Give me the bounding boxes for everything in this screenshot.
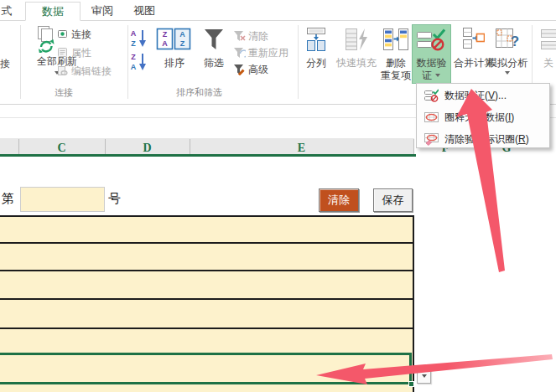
svg-text:A: A xyxy=(179,30,185,39)
svg-text:Z: Z xyxy=(131,53,136,61)
advanced-filter-icon xyxy=(233,64,246,75)
tab-formulas-partial[interactable]: 式 xyxy=(0,2,13,19)
row-border xyxy=(0,328,414,329)
flash-fill-label: 快速填充 xyxy=(335,57,378,69)
what-if-analysis-label: 模拟分析 xyxy=(486,57,529,69)
data-validation-icon xyxy=(417,28,445,51)
number-input-cell[interactable] xyxy=(20,187,105,212)
row-border xyxy=(0,298,414,300)
remove-duplicates-label-2: 重复项 xyxy=(379,70,413,81)
cell-dropdown-button[interactable] xyxy=(417,369,431,384)
menu-item-label: 清除验证标识圈(R) xyxy=(444,132,529,147)
connections-icon xyxy=(57,28,68,39)
text-to-columns-button[interactable]: 分列 xyxy=(300,23,332,83)
svg-text:?: ? xyxy=(511,34,519,49)
menu-item-circle-invalid-data[interactable]: 圈释无效数据(I) xyxy=(418,106,550,127)
menu-item-label: 圈释无效数据(I) xyxy=(444,111,514,125)
menu-item-label: 数据验证(V)... xyxy=(444,89,507,103)
advanced-filter-label: 高级 xyxy=(248,64,268,75)
properties-button[interactable]: 属性 xyxy=(57,46,104,59)
row-border xyxy=(0,270,414,271)
refresh-all-icon xyxy=(35,26,57,53)
sort-big-icon: Z A A Z xyxy=(156,28,191,50)
data-validation-menu-icon xyxy=(424,89,439,102)
sort-ascending-button[interactable]: A Z xyxy=(128,28,151,49)
reapply-filter-label: 重新应用 xyxy=(248,47,288,59)
sort-label: 排序 xyxy=(159,57,190,69)
tab-review[interactable]: 审阅 xyxy=(81,2,124,19)
text-to-columns-label: 分列 xyxy=(304,57,328,69)
save-button[interactable]: 保存 xyxy=(373,188,413,212)
what-if-analysis-icon: ? xyxy=(495,28,520,51)
form-prefix-label: 第 xyxy=(2,191,14,207)
data-validation-label-1: 数据验 xyxy=(413,57,449,69)
tab-data[interactable]: 数据 xyxy=(25,2,81,21)
fill-handle[interactable] xyxy=(408,381,414,387)
edit-links-icon xyxy=(57,65,68,76)
menu-item-data-validation[interactable]: 数据验证(V)... xyxy=(418,85,550,106)
svg-text:A: A xyxy=(131,29,137,38)
svg-text:A: A xyxy=(131,63,137,71)
clear-button[interactable]: 清除 xyxy=(319,188,359,212)
advanced-filter-button[interactable]: 高级 xyxy=(233,64,283,76)
flash-fill-button[interactable]: 快速填充 xyxy=(334,23,379,83)
what-if-analysis-button[interactable]: ? 模拟分析 xyxy=(485,23,530,83)
filter-funnel-icon xyxy=(204,28,224,50)
circle-invalid-data-icon xyxy=(424,111,439,124)
remove-duplicates-button[interactable]: 删除 重复项 xyxy=(377,23,414,96)
svg-text:Z: Z xyxy=(180,39,185,48)
filter-button[interactable]: 筛选 xyxy=(198,23,230,83)
partial-left-button[interactable]: 接 xyxy=(0,58,12,70)
remove-duplicates-label-1: 删除 xyxy=(384,57,408,69)
data-validation-menu: 数据验证(V)... 圈释无效数据(I) 清除验证标识圈(R) xyxy=(416,83,550,148)
dropdown-caret-icon xyxy=(435,74,440,77)
clear-validation-circles-icon xyxy=(424,132,439,146)
relationships-button-partial[interactable]: 关 xyxy=(538,23,556,83)
svg-text:Z: Z xyxy=(163,30,168,39)
connections-label: 连接 xyxy=(71,28,91,40)
properties-label: 属性 xyxy=(71,47,91,59)
relationships-icon xyxy=(540,28,556,51)
sort-descending-button[interactable]: Z A xyxy=(128,52,151,72)
edit-links-label: 编辑链接 xyxy=(71,65,112,77)
connections-button[interactable]: 连接 xyxy=(57,28,104,41)
relationships-label-partial: 关 xyxy=(543,57,553,69)
reapply-filter-button[interactable]: 重新应用 xyxy=(233,47,294,59)
dropdown-caret-icon xyxy=(422,374,427,378)
reapply-filter-icon xyxy=(233,47,246,59)
sort-button[interactable]: Z A A Z 排序 xyxy=(153,23,196,83)
edit-links-button[interactable]: 编辑链接 xyxy=(57,64,116,78)
sort-za-icon: Z A xyxy=(128,52,151,72)
group-label-connections: 连接 xyxy=(44,86,84,99)
remove-duplicates-icon xyxy=(383,28,408,51)
menu-item-clear-validation-circles[interactable]: 清除验证标识圈(R) xyxy=(418,128,550,149)
excel-window: 式 数据 审阅 视图 接 全部刷新 连接 xyxy=(0,0,556,392)
header-freeze-line xyxy=(0,154,416,157)
svg-text:A: A xyxy=(162,39,168,48)
filter-label: 筛选 xyxy=(200,57,227,69)
row-border xyxy=(0,242,414,244)
selected-cell[interactable] xyxy=(0,353,412,384)
dropdown-caret-icon xyxy=(505,71,510,75)
clear-filter-button[interactable]: 清除 xyxy=(233,30,283,43)
sort-az-icon: A Z xyxy=(128,28,151,49)
flash-fill-icon xyxy=(345,28,370,51)
group-separator xyxy=(298,25,299,99)
data-validation-label-2: 证 xyxy=(422,70,432,81)
consolidate-icon xyxy=(463,28,485,51)
form-suffix-label: 号 xyxy=(108,191,121,207)
clear-filter-icon xyxy=(233,30,246,42)
clear-filter-label: 清除 xyxy=(248,30,268,42)
data-validation-button[interactable]: 数据验 证 xyxy=(412,24,451,84)
tab-view[interactable]: 视图 xyxy=(124,2,164,19)
properties-icon xyxy=(57,47,68,58)
text-to-columns-icon xyxy=(304,28,328,51)
svg-text:Z: Z xyxy=(131,39,136,48)
group-separator xyxy=(20,25,21,99)
group-label-sort-filter: 排序和筛选 xyxy=(164,86,235,99)
